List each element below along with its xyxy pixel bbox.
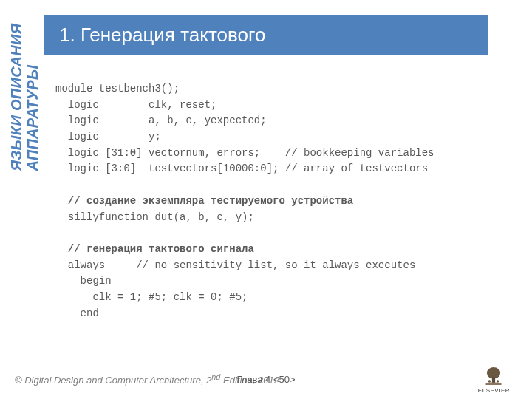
code-comment: // создание экземпляра тестируемого устр…: [55, 195, 353, 207]
code-line: logic a, b, c, yexpected;: [55, 115, 267, 126]
code-line: sillyfunction dut(a, b, c, y);: [55, 211, 254, 223]
side-label-line1: ЯЗЫКИ ОПИСАНИЯ: [8, 24, 25, 171]
title-bar: 1. Генерация тактового: [44, 15, 488, 55]
slide-title: 1. Генерация тактового: [59, 24, 265, 47]
code-line: begin: [55, 275, 112, 287]
elsevier-tree-icon: [483, 366, 504, 386]
code-line: logic [31:0] vectornum, errors; // bookk…: [55, 147, 434, 159]
svg-point-2: [488, 380, 491, 383]
code-line: module testbench3();: [55, 83, 180, 95]
code-line: always // no sensitivity list, so it alw…: [55, 259, 415, 271]
side-label-line2: АППАРАТУРЫ: [24, 65, 41, 171]
code-line: end: [55, 307, 99, 319]
code-block: module testbench3(); logic clk, reset; l…: [55, 81, 510, 321]
code-line: logic [3:0] testvectors[10000:0]; // arr…: [55, 163, 428, 174]
code-comment: // генерация тактового сигнала: [55, 243, 254, 255]
page-number: Глава 4 <50>: [236, 374, 295, 385]
publisher-logo: ELSEVIER: [478, 366, 510, 394]
code-line: logic y;: [55, 131, 161, 143]
code-line: [55, 227, 61, 239]
svg-point-3: [497, 380, 499, 383]
footer: © Digital Design and Computer Architectu…: [15, 368, 517, 390]
code-line: clk = 1; #5; clk = 0; #5;: [55, 291, 248, 303]
publisher-name: ELSEVIER: [478, 387, 510, 394]
code-line: [55, 179, 61, 191]
svg-point-0: [487, 367, 500, 378]
code-line: logic clk, reset;: [55, 99, 216, 111]
